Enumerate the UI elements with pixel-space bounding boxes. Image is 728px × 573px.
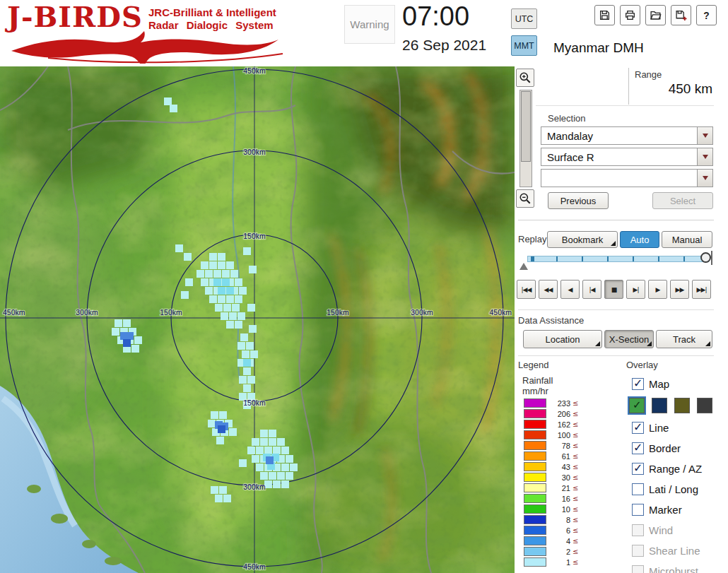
legend-row: 10≤ (524, 504, 578, 514)
legend-operator: ≤ (573, 516, 578, 524)
radar-map[interactable]: 450km 300km 150km 150km 300km 450km 450k… (0, 66, 515, 573)
overlay-item-line[interactable]: Line (626, 418, 727, 438)
checkbox[interactable] (632, 463, 644, 475)
legend-operator: ≤ (573, 526, 578, 534)
extra-dropdown-button[interactable] (697, 170, 712, 187)
timeline-tick (658, 256, 659, 261)
print-button[interactable] (620, 5, 640, 25)
site-dropdown-button[interactable] (697, 127, 712, 144)
rainfall-legend: 233≤206≤162≤100≤78≤61≤43≤30≤21≤16≤10≤8≤6… (524, 398, 578, 567)
legend-value: 100 (549, 431, 570, 439)
checkbox[interactable] (632, 483, 644, 495)
chevron-down-icon (703, 134, 708, 138)
mmt-button[interactable]: MMT (511, 35, 537, 56)
legend-operator: ≤ (573, 431, 578, 439)
checkbox[interactable] (632, 565, 644, 573)
transport-stop-button[interactable]: ■ (604, 280, 623, 299)
data-assist-location-button[interactable]: Location (523, 330, 602, 348)
transport-step-back-button[interactable]: |◀ (582, 280, 601, 299)
legend-value: 8 (549, 516, 570, 524)
map-style-olive[interactable] (674, 398, 690, 413)
transport-fast-rewind-button[interactable]: ◀◀ (539, 280, 558, 299)
overlay-item-shear-line[interactable]: Shear Line (626, 540, 727, 561)
jbirds-app: J-BIRDS JRC-Brilliant & Intelligent Rada… (0, 0, 728, 573)
overlay-item-microburst[interactable]: Microburst (626, 561, 727, 573)
legend-operator: ≤ (573, 495, 578, 502)
transport-play-reverse-button[interactable]: ◀ (560, 280, 580, 299)
open-folder-button[interactable] (645, 5, 666, 25)
save-icon (599, 9, 611, 21)
checkbox[interactable] (632, 442, 644, 454)
checkbox[interactable] (632, 545, 644, 557)
range-label: Range (635, 69, 662, 80)
divider (518, 309, 714, 310)
overlay-label: Line (649, 422, 669, 434)
legend-value: 2 (549, 548, 570, 556)
legend-swatch (524, 536, 546, 545)
ring-label: 450km (243, 66, 266, 75)
overlay-item-map[interactable]: Map (626, 374, 727, 394)
transport-skip-start-button[interactable]: |◀◀ (517, 280, 536, 299)
map-style-terrain-green[interactable] (629, 398, 645, 413)
legend-swatch (524, 526, 546, 535)
zoom-in-button[interactable] (516, 69, 534, 87)
transport-fast-forward-button[interactable]: ▶▶ (670, 280, 689, 299)
legend-swatch (524, 515, 546, 524)
manual-button[interactable]: Manual (662, 231, 712, 248)
map-style-dark-gray[interactable] (697, 398, 712, 413)
legend-row: 1≤ (524, 557, 578, 567)
eagle-logo-icon (6, 30, 285, 64)
checkbox[interactable] (632, 524, 644, 536)
product-dropdown[interactable]: Surface R (541, 148, 713, 166)
divider (518, 355, 714, 356)
logo-title: J-BIRDS (7, 0, 143, 33)
data-assist-x-section-button[interactable]: X-Section (604, 330, 654, 348)
help-button[interactable]: ? (696, 5, 717, 25)
data-assistance-label: Data Assistance (518, 315, 584, 326)
ring-label: 450km (489, 308, 512, 317)
select-button[interactable]: Select (652, 192, 713, 209)
map-style-dark-blue[interactable] (652, 398, 667, 413)
warning-indicator[interactable]: Warning (344, 5, 395, 44)
legend-swatch (524, 473, 546, 482)
overlay-item-range-az[interactable]: Range / AZ (626, 459, 727, 479)
extra-dropdown[interactable] (541, 169, 713, 187)
bookmark-button[interactable]: Bookmark (547, 231, 618, 248)
overlay-item-marker[interactable]: Marker (626, 500, 727, 520)
site-dropdown[interactable]: Mandalay (541, 126, 713, 145)
site-dropdown-value: Mandalay (541, 130, 697, 142)
divider (536, 105, 714, 106)
save-button[interactable] (594, 5, 615, 25)
checkbox[interactable] (632, 504, 644, 516)
previous-button[interactable]: Previous (548, 192, 609, 209)
ring-label: 150km (160, 308, 182, 317)
transport-play-button[interactable]: ▶ (648, 280, 667, 299)
legend-value: 30 (549, 473, 570, 482)
timeline-thumb[interactable] (700, 252, 711, 263)
data-assistance-buttons: LocationX-SectionTrack (523, 330, 712, 348)
map-style-swatches (626, 394, 727, 418)
logo-tagline-1: JRC-Brilliant & Intelligent (148, 6, 276, 19)
zoom-slider[interactable] (519, 90, 532, 187)
zoom-slider-thumb[interactable] (521, 91, 531, 162)
export-button[interactable] (671, 5, 691, 25)
checkbox[interactable] (632, 378, 644, 390)
transport-step-forward-button[interactable]: ▶| (626, 280, 645, 299)
zoom-out-button[interactable] (516, 189, 534, 208)
clock-date: 26 Sep 2021 (402, 37, 486, 54)
replay-timeline[interactable] (527, 256, 709, 262)
data-assist-track-button[interactable]: Track (656, 330, 712, 348)
legend-row: 162≤ (524, 419, 578, 430)
overlay-item-lati-long[interactable]: Lati / Long (626, 479, 727, 500)
auto-button[interactable]: Auto (620, 231, 659, 248)
overlay-item-border[interactable]: Border (626, 438, 727, 459)
checkbox[interactable] (632, 422, 644, 434)
legend-row: 30≤ (524, 472, 578, 483)
product-dropdown-button[interactable] (697, 148, 712, 165)
timeline-tick (683, 256, 685, 261)
overlay-item-wind[interactable]: Wind (626, 520, 727, 540)
transport-skip-end-button[interactable]: ▶▶| (692, 280, 711, 299)
legend-operator: ≤ (573, 442, 578, 449)
utc-button[interactable]: UTC (511, 8, 537, 29)
chevron-down-icon (703, 176, 708, 180)
